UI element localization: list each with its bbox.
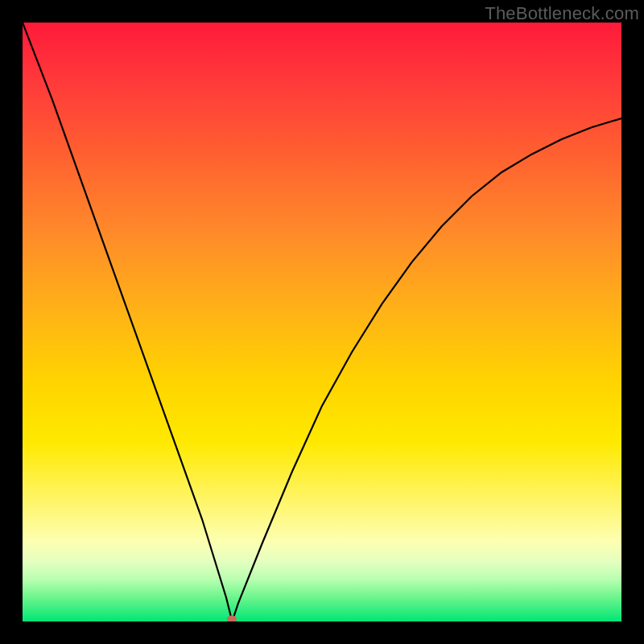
plot-area: [23, 23, 621, 621]
chart-frame: TheBottleneck.com: [0, 0, 644, 644]
bottleneck-curve: [23, 23, 621, 621]
optimum-marker: [227, 616, 237, 622]
watermark-text: TheBottleneck.com: [485, 3, 639, 24]
